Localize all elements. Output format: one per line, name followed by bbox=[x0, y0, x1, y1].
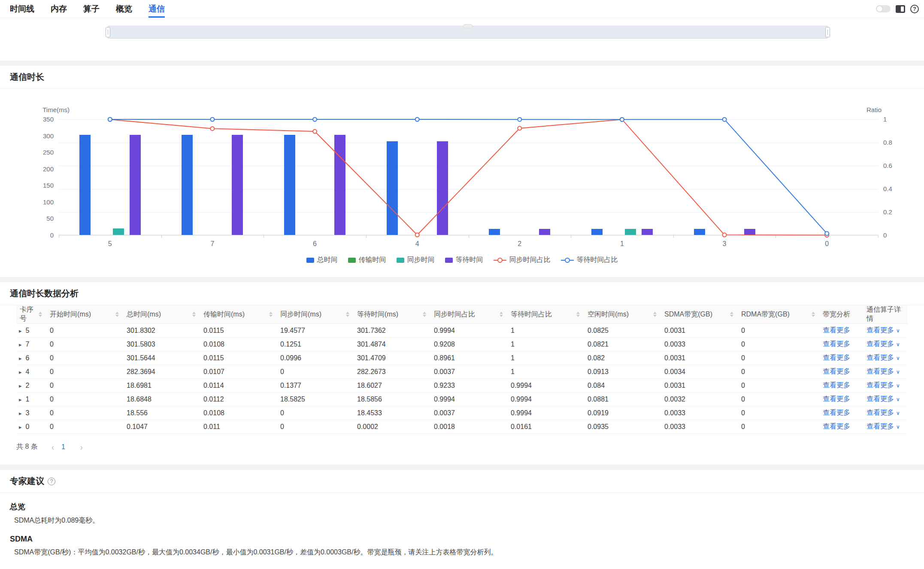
cell: 301.5803 bbox=[123, 338, 200, 351]
table-row-card-4: ▸40282.36940.01070282.26730.003710.09130… bbox=[16, 365, 908, 379]
sort-icon[interactable] bbox=[574, 312, 580, 317]
chevron-down-icon[interactable]: ∨ bbox=[896, 410, 900, 416]
cell: ▸0 bbox=[16, 420, 46, 434]
cell: 0.0935 bbox=[584, 420, 661, 434]
datazoom-handle-left[interactable] bbox=[106, 27, 110, 37]
legend-transfer[interactable]: 传输时间 bbox=[348, 256, 386, 265]
sort-icon[interactable] bbox=[190, 312, 196, 317]
help-icon[interactable]: ? bbox=[910, 5, 919, 13]
row-expand-icon[interactable]: ▸ bbox=[19, 410, 22, 417]
sort-icon[interactable] bbox=[727, 312, 733, 317]
chevron-down-icon[interactable]: ∨ bbox=[896, 341, 900, 347]
nav-right-tools: ? bbox=[876, 0, 919, 18]
operator-detail-more-link[interactable]: 查看更多 bbox=[866, 326, 894, 334]
chevron-down-icon[interactable]: ∨ bbox=[896, 328, 900, 334]
cell: 0 bbox=[738, 406, 819, 420]
legend-label: 传输时间 bbox=[359, 256, 386, 265]
cell: 0 bbox=[277, 420, 354, 434]
chevron-down-icon[interactable]: ∨ bbox=[896, 355, 900, 361]
legend-wait-ratio[interactable]: 等待时间占比 bbox=[561, 256, 618, 265]
bandwidth-more-link[interactable]: 查看更多 bbox=[823, 354, 850, 361]
cell: 0 bbox=[738, 393, 819, 406]
expert-title-text: 专家建议 bbox=[10, 475, 44, 487]
operator-detail-more-link[interactable]: 查看更多 bbox=[866, 409, 894, 416]
cell: 0.0996 bbox=[277, 351, 354, 365]
x-axis-label-1: 1 bbox=[605, 240, 639, 248]
tab-memory[interactable]: 内存 bbox=[51, 0, 67, 18]
legend-wait[interactable]: 等待时间 bbox=[445, 256, 483, 265]
bandwidth-more-link[interactable]: 查看更多 bbox=[823, 326, 850, 334]
bandwidth-more-link[interactable]: 查看更多 bbox=[823, 381, 850, 389]
row-expand-icon[interactable]: ▸ bbox=[19, 355, 22, 362]
next-page-button[interactable]: › bbox=[80, 443, 83, 451]
row-expand-icon[interactable]: ▸ bbox=[19, 341, 22, 348]
expert-help-icon[interactable]: ? bbox=[48, 478, 55, 485]
tab-timeline[interactable]: 时间线 bbox=[10, 0, 34, 18]
legend-sync[interactable]: 同步时间 bbox=[397, 256, 435, 265]
datazoom-grip[interactable] bbox=[463, 24, 473, 28]
bandwidth-more-link[interactable]: 查看更多 bbox=[823, 423, 850, 430]
sort-icon[interactable] bbox=[267, 312, 273, 317]
x-axis-tick bbox=[776, 235, 776, 238]
card-number: 6 bbox=[26, 354, 30, 362]
chevron-down-icon[interactable]: ∨ bbox=[896, 383, 900, 389]
datazoom-slider[interactable] bbox=[108, 26, 828, 39]
chevron-down-icon[interactable]: ∨ bbox=[896, 396, 900, 402]
datazoom-handle-right[interactable] bbox=[825, 27, 830, 37]
bandwidth-more-link[interactable]: 查看更多 bbox=[823, 395, 850, 402]
operator-detail-more-link[interactable]: 查看更多 bbox=[866, 381, 894, 389]
cell: 0.9994 bbox=[507, 379, 584, 393]
sort-icon[interactable] bbox=[343, 312, 349, 317]
row-expand-icon[interactable]: ▸ bbox=[19, 396, 22, 403]
cell: 0.082 bbox=[584, 351, 661, 365]
operator-detail-more-link[interactable]: 查看更多 bbox=[866, 354, 894, 361]
sort-icon[interactable] bbox=[497, 312, 503, 317]
card-number: 2 bbox=[26, 382, 30, 389]
table-row-card-0: ▸000.10470.01100.00020.00180.01610.09350… bbox=[16, 420, 908, 434]
sort-icon[interactable] bbox=[809, 312, 815, 317]
card-number: 5 bbox=[26, 327, 30, 334]
cell: 0.0033 bbox=[661, 420, 738, 434]
row-expand-icon[interactable]: ▸ bbox=[19, 369, 22, 375]
left-axis-label: Time(ms) bbox=[0, 106, 70, 113]
bandwidth-more-link[interactable]: 查看更多 bbox=[823, 340, 850, 347]
cell: 301.4874 bbox=[354, 338, 430, 351]
sort-icon[interactable] bbox=[113, 312, 119, 317]
cell: 0.9994 bbox=[507, 393, 584, 406]
sort-icon[interactable] bbox=[420, 312, 426, 317]
legend-sync-ratio[interactable]: 同步时间占比 bbox=[494, 256, 551, 265]
operator-detail-more-link[interactable]: 查看更多 bbox=[866, 423, 894, 430]
legend-total[interactable]: 总时间 bbox=[306, 256, 338, 265]
chevron-down-icon[interactable]: ∨ bbox=[896, 369, 900, 375]
theme-toggle[interactable] bbox=[876, 5, 891, 12]
operator-detail-more-link[interactable]: 查看更多 bbox=[866, 395, 894, 402]
card-number: 3 bbox=[26, 409, 30, 417]
tab-overview[interactable]: 概览 bbox=[116, 0, 132, 18]
left-tick-350: 350 bbox=[0, 116, 54, 123]
operator-detail-more-link[interactable]: 查看更多 bbox=[866, 340, 894, 347]
row-expand-icon[interactable]: ▸ bbox=[19, 383, 22, 389]
bandwidth-more-link[interactable]: 查看更多 bbox=[823, 368, 850, 375]
sort-icon[interactable] bbox=[651, 312, 657, 317]
cell: 0.0115 bbox=[200, 324, 277, 338]
column-header: 总时间(ms) bbox=[123, 305, 200, 324]
tab-communication[interactable]: 通信 bbox=[148, 0, 165, 18]
total-count-label: 共 8 条 bbox=[16, 442, 38, 451]
operator-detail-more-link[interactable]: 查看更多 bbox=[866, 368, 894, 375]
operator-detail-cell: 查看更多∨ bbox=[863, 379, 908, 393]
tab-operator[interactable]: 算子 bbox=[83, 0, 100, 18]
bandwidth-more-link[interactable]: 查看更多 bbox=[823, 409, 850, 416]
cell: 0.0031 bbox=[661, 324, 738, 338]
cell: 19.4577 bbox=[277, 324, 354, 338]
sort-icon[interactable] bbox=[36, 312, 42, 317]
row-expand-icon[interactable]: ▸ bbox=[19, 424, 22, 430]
chevron-down-icon[interactable]: ∨ bbox=[896, 424, 900, 430]
panel-layout-icon[interactable] bbox=[896, 5, 905, 13]
column-header: 传输时间(ms) bbox=[200, 305, 277, 324]
cell: 0.0018 bbox=[430, 420, 507, 434]
x-axis-tick bbox=[673, 235, 674, 238]
page-number-1[interactable]: 1 bbox=[60, 443, 66, 451]
prev-page-button[interactable]: ‹ bbox=[52, 443, 55, 451]
row-expand-icon[interactable]: ▸ bbox=[19, 328, 22, 334]
cell: 0 bbox=[46, 365, 123, 379]
